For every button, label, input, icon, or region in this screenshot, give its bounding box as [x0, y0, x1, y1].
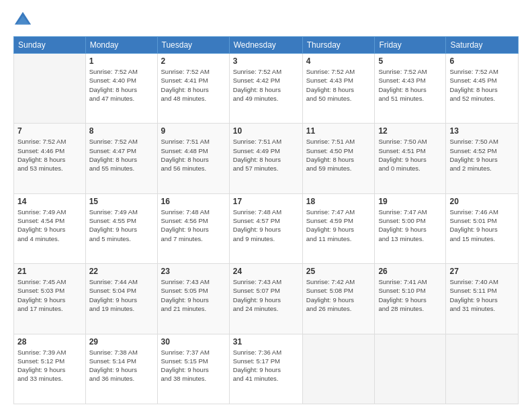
calendar-cell: 10Sunrise: 7:51 AMSunset: 4:49 PMDayligh…	[229, 124, 302, 193]
weekday-header: Saturday	[446, 37, 519, 54]
day-info: Sunrise: 7:52 AMSunset: 4:46 PMDaylight:…	[17, 137, 82, 173]
day-info: Sunrise: 7:51 AMSunset: 4:49 PMDaylight:…	[233, 137, 299, 173]
day-number: 14	[17, 197, 82, 206]
day-info: Sunrise: 7:52 AMSunset: 4:40 PMDaylight:…	[89, 67, 154, 103]
day-info: Sunrise: 7:47 AMSunset: 4:59 PMDaylight:…	[306, 208, 371, 243]
calendar-cell: 9Sunrise: 7:51 AMSunset: 4:48 PMDaylight…	[157, 124, 229, 193]
calendar-cell: 14Sunrise: 7:49 AMSunset: 4:54 PMDayligh…	[14, 193, 86, 263]
calendar-week-row: 1Sunrise: 7:52 AMSunset: 4:40 PMDaylight…	[14, 54, 519, 124]
day-info: Sunrise: 7:43 AMSunset: 5:05 PMDaylight:…	[161, 277, 226, 313]
calendar-week-row: 21Sunrise: 7:45 AMSunset: 5:03 PMDayligh…	[14, 264, 519, 334]
calendar-week-row: 7Sunrise: 7:52 AMSunset: 4:46 PMDaylight…	[14, 124, 519, 193]
day-number: 5	[378, 56, 442, 66]
day-number: 26	[378, 267, 442, 276]
weekday-header: Friday	[375, 37, 446, 54]
day-number: 6	[449, 56, 515, 66]
day-number: 9	[161, 126, 226, 136]
day-number: 17	[233, 197, 299, 206]
day-info: Sunrise: 7:47 AMSunset: 5:00 PMDaylight:…	[378, 208, 442, 243]
day-number: 12	[378, 126, 442, 136]
weekday-header: Sunday	[14, 37, 86, 54]
day-number: 3	[233, 56, 299, 66]
day-number: 23	[161, 267, 226, 276]
day-number: 24	[233, 267, 299, 276]
calendar-header: SundayMondayTuesdayWednesdayThursdayFrid…	[14, 37, 519, 54]
calendar-cell: 12Sunrise: 7:50 AMSunset: 4:51 PMDayligh…	[375, 124, 446, 193]
day-number: 8	[89, 126, 154, 136]
calendar-cell: 13Sunrise: 7:50 AMSunset: 4:52 PMDayligh…	[446, 124, 519, 193]
day-number: 25	[306, 267, 371, 276]
day-info: Sunrise: 7:52 AMSunset: 4:43 PMDaylight:…	[306, 67, 371, 103]
day-info: Sunrise: 7:49 AMSunset: 4:54 PMDaylight:…	[17, 208, 82, 243]
calendar-cell: 3Sunrise: 7:52 AMSunset: 4:42 PMDaylight…	[229, 54, 302, 124]
calendar-cell: 24Sunrise: 7:43 AMSunset: 5:07 PMDayligh…	[229, 264, 302, 334]
calendar-cell: 31Sunrise: 7:36 AMSunset: 5:17 PMDayligh…	[229, 334, 302, 404]
day-info: Sunrise: 7:52 AMSunset: 4:42 PMDaylight:…	[233, 67, 299, 103]
day-info: Sunrise: 7:52 AMSunset: 4:45 PMDaylight:…	[449, 67, 515, 103]
calendar-cell: 4Sunrise: 7:52 AMSunset: 4:43 PMDaylight…	[302, 54, 375, 124]
day-number: 13	[449, 126, 515, 136]
calendar-cell: 23Sunrise: 7:43 AMSunset: 5:05 PMDayligh…	[157, 264, 229, 334]
weekday-header: Wednesday	[229, 37, 302, 54]
day-number: 2	[161, 56, 226, 66]
calendar-cell: 19Sunrise: 7:47 AMSunset: 5:00 PMDayligh…	[375, 193, 446, 263]
day-info: Sunrise: 7:52 AMSunset: 4:43 PMDaylight:…	[378, 67, 442, 103]
calendar-cell: 7Sunrise: 7:52 AMSunset: 4:46 PMDaylight…	[14, 124, 86, 193]
day-number: 20	[449, 197, 515, 206]
calendar-cell: 11Sunrise: 7:51 AMSunset: 4:50 PMDayligh…	[302, 124, 375, 193]
header	[13, 11, 519, 30]
day-info: Sunrise: 7:48 AMSunset: 4:56 PMDaylight:…	[161, 208, 226, 243]
calendar-cell: 30Sunrise: 7:37 AMSunset: 5:15 PMDayligh…	[157, 334, 229, 404]
day-number: 22	[89, 267, 154, 276]
day-number: 27	[449, 267, 515, 276]
calendar-cell: 20Sunrise: 7:46 AMSunset: 5:01 PMDayligh…	[446, 193, 519, 263]
day-number: 4	[306, 56, 371, 66]
calendar-cell: 26Sunrise: 7:41 AMSunset: 5:10 PMDayligh…	[375, 264, 446, 334]
weekday-header: Monday	[85, 37, 157, 54]
day-number: 28	[17, 337, 82, 347]
day-info: Sunrise: 7:37 AMSunset: 5:15 PMDaylight:…	[161, 348, 226, 383]
day-info: Sunrise: 7:51 AMSunset: 4:48 PMDaylight:…	[161, 137, 226, 173]
logo	[13, 11, 35, 30]
day-info: Sunrise: 7:46 AMSunset: 5:01 PMDaylight:…	[449, 208, 515, 243]
day-number: 11	[306, 126, 371, 136]
calendar-cell: 5Sunrise: 7:52 AMSunset: 4:43 PMDaylight…	[375, 54, 446, 124]
calendar-cell	[446, 334, 519, 404]
day-info: Sunrise: 7:44 AMSunset: 5:04 PMDaylight:…	[89, 277, 154, 313]
calendar-cell: 29Sunrise: 7:38 AMSunset: 5:14 PMDayligh…	[85, 334, 157, 404]
day-info: Sunrise: 7:40 AMSunset: 5:11 PMDaylight:…	[449, 277, 515, 313]
day-info: Sunrise: 7:45 AMSunset: 5:03 PMDaylight:…	[17, 277, 82, 313]
calendar-cell: 17Sunrise: 7:48 AMSunset: 4:57 PMDayligh…	[229, 193, 302, 263]
day-number: 10	[233, 126, 299, 136]
day-number: 7	[17, 126, 82, 136]
weekday-header: Thursday	[302, 37, 375, 54]
calendar-week-row: 14Sunrise: 7:49 AMSunset: 4:54 PMDayligh…	[14, 193, 519, 263]
day-number: 19	[378, 197, 442, 206]
calendar-cell	[14, 54, 86, 124]
calendar-cell: 22Sunrise: 7:44 AMSunset: 5:04 PMDayligh…	[85, 264, 157, 334]
calendar-body: 1Sunrise: 7:52 AMSunset: 4:40 PMDaylight…	[14, 54, 519, 404]
day-info: Sunrise: 7:43 AMSunset: 5:07 PMDaylight:…	[233, 277, 299, 313]
day-number: 21	[17, 267, 82, 276]
calendar-cell: 27Sunrise: 7:40 AMSunset: 5:11 PMDayligh…	[446, 264, 519, 334]
day-info: Sunrise: 7:50 AMSunset: 4:51 PMDaylight:…	[378, 137, 442, 173]
day-info: Sunrise: 7:41 AMSunset: 5:10 PMDaylight:…	[378, 277, 442, 313]
day-number: 1	[89, 56, 154, 66]
day-info: Sunrise: 7:52 AMSunset: 4:41 PMDaylight:…	[161, 67, 226, 103]
day-number: 30	[161, 337, 226, 347]
calendar-page: SundayMondayTuesdayWednesdayThursdayFrid…	[0, 0, 532, 411]
calendar-cell: 18Sunrise: 7:47 AMSunset: 4:59 PMDayligh…	[302, 193, 375, 263]
calendar-week-row: 28Sunrise: 7:39 AMSunset: 5:12 PMDayligh…	[14, 334, 519, 404]
calendar-cell: 6Sunrise: 7:52 AMSunset: 4:45 PMDaylight…	[446, 54, 519, 124]
logo-icon	[13, 11, 32, 30]
day-info: Sunrise: 7:52 AMSunset: 4:47 PMDaylight:…	[89, 137, 154, 173]
day-info: Sunrise: 7:51 AMSunset: 4:50 PMDaylight:…	[306, 137, 371, 173]
calendar-cell	[375, 334, 446, 404]
calendar-table: SundayMondayTuesdayWednesdayThursdayFrid…	[13, 36, 519, 404]
weekday-row: SundayMondayTuesdayWednesdayThursdayFrid…	[14, 37, 519, 54]
calendar-cell: 2Sunrise: 7:52 AMSunset: 4:41 PMDaylight…	[157, 54, 229, 124]
day-info: Sunrise: 7:39 AMSunset: 5:12 PMDaylight:…	[17, 348, 82, 383]
day-info: Sunrise: 7:48 AMSunset: 4:57 PMDaylight:…	[233, 208, 299, 243]
calendar-cell: 15Sunrise: 7:49 AMSunset: 4:55 PMDayligh…	[85, 193, 157, 263]
calendar-cell: 1Sunrise: 7:52 AMSunset: 4:40 PMDaylight…	[85, 54, 157, 124]
